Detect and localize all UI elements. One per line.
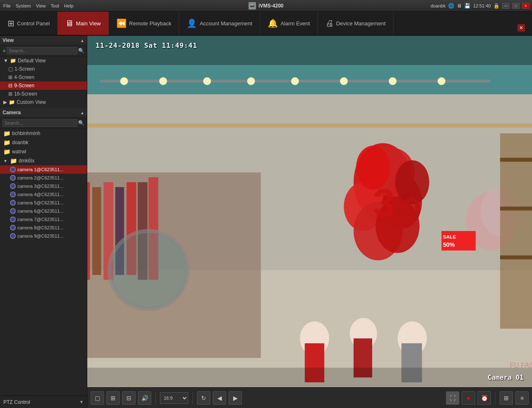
nav-main-view[interactable]: 🖥 Main View: [58, 12, 109, 35]
folder-icon: 📁: [10, 58, 16, 64]
svg-rect-36: [500, 256, 532, 259]
svg-rect-51: [87, 368, 532, 387]
folder-icon: 📁: [9, 99, 15, 105]
menu-help[interactable]: Help: [64, 3, 74, 8]
view-section-header[interactable]: View ▲: [0, 36, 87, 45]
camera-status-dot: [10, 167, 16, 172]
camera-group-bchbinhminh[interactable]: 📁 bchbinhminh: [0, 129, 87, 138]
video-area[interactable]: 3 0: [87, 36, 532, 387]
camera-section-header[interactable]: Camera ▲: [0, 108, 87, 118]
nav-alarm-event-label: Alarm Event: [281, 20, 310, 27]
alarm-button[interactable]: ⏰: [478, 391, 491, 405]
nav-remote-playback[interactable]: ⏪ Remote Playback: [109, 12, 180, 35]
nav-control-panel[interactable]: ⊞ Control Panel: [0, 12, 58, 35]
nav-device-management[interactable]: 🖨 Device Management: [318, 12, 394, 35]
svg-rect-4: [87, 124, 532, 128]
camera-group-dmk6lx[interactable]: ▼ 📁 dmk6lx: [0, 156, 87, 165]
titlebar-left: File System View Tool Help: [0, 3, 74, 8]
svg-rect-33: [500, 133, 532, 329]
menu-system[interactable]: System: [16, 3, 31, 8]
svg-point-42: [291, 77, 299, 85]
layout-4-button[interactable]: ⊟: [122, 391, 135, 405]
camera-section: 🔍 📁 bchbinhminh 📁 doanbk 📁 watrwl ▼: [0, 118, 87, 396]
main-layout: View ▲ + 🔍 ▼ 📁 Default View ▢ 1-Screen ⊞…: [0, 36, 532, 408]
aspect-ratio-select[interactable]: 16:9 4:3 1:1 Original: [160, 392, 188, 404]
nav-alarm-event[interactable]: 🔔 Alarm Event: [260, 12, 318, 35]
record-button[interactable]: ●: [462, 391, 475, 405]
camera-group-watrwl[interactable]: 📁 watrwl: [0, 147, 87, 156]
camera-status-dot: [10, 233, 16, 239]
svg-text:3: 3: [373, 181, 395, 225]
camera-status-dot: [10, 192, 16, 197]
camera-status-dot: [10, 225, 16, 231]
menu-tool[interactable]: Tool: [51, 3, 59, 8]
ptz-expand-arrow[interactable]: ▼: [79, 400, 84, 404]
camera-label: camera 6@C623511...: [17, 209, 64, 214]
refresh-button[interactable]: ↻: [197, 391, 210, 405]
maximize-button[interactable]: □: [512, 3, 520, 9]
view-search-row: + 🔍: [0, 45, 87, 57]
view-search-icon[interactable]: 🔍: [78, 48, 84, 54]
svg-text:0: 0: [402, 191, 421, 229]
bottom-toolbar: ▢ ⊞ ⊟ 🔊 16:9 4:3 1:1 Original ↻ ◀ ▶ ⛶ ● …: [87, 387, 532, 408]
tree-item-4screen[interactable]: ⊞ 4-Screen: [0, 73, 87, 81]
camera-item-cam6[interactable]: camera 6@C623511...: [0, 207, 87, 215]
camera-item-cam7[interactable]: camera 7@C623511...: [0, 215, 87, 224]
camera-search-icon[interactable]: 🔍: [78, 120, 84, 126]
prev-button[interactable]: ◀: [213, 391, 226, 405]
camera-label: camera 9@C623511...: [17, 233, 64, 238]
grid-view-button[interactable]: ⊞: [500, 391, 513, 405]
tree-item-1screen[interactable]: ▢ 1-Screen: [0, 65, 87, 73]
expand-icon: ▶: [3, 99, 7, 105]
close-button[interactable]: ✕: [522, 3, 530, 9]
layout-grid-button[interactable]: ⊞: [106, 391, 120, 405]
svg-text:SALE: SALE: [443, 234, 456, 239]
tree-item-label: 16-Screen: [14, 91, 37, 97]
camera-item-cam4[interactable]: camera 4@C623511...: [0, 190, 87, 199]
camera-item-cam5[interactable]: camera 5@C623511...: [0, 199, 87, 207]
tree-item-default-view[interactable]: ▼ 📁 Default View: [0, 57, 87, 65]
group-folder-icon: 📁: [3, 130, 10, 137]
svg-text:50%: 50%: [443, 241, 455, 248]
layout-single-button[interactable]: ▢: [91, 391, 104, 405]
camera-label: camera 2@C623511...: [17, 175, 64, 180]
camera-group-doanbk[interactable]: 📁 doanbk: [0, 138, 87, 147]
camera-label: camera 1@C623511...: [17, 167, 64, 172]
camera-item-cam8[interactable]: camera 8@C623511...: [0, 224, 87, 232]
group-folder-icon: 📁: [3, 139, 10, 146]
svg-point-45: [438, 77, 446, 85]
menu-view[interactable]: View: [36, 3, 46, 8]
menu-file[interactable]: File: [3, 3, 11, 8]
camera-item-cam9[interactable]: camera 9@C623511...: [0, 232, 87, 240]
camera-label: camera 7@C623511...: [17, 217, 64, 222]
volume-button[interactable]: 🔊: [138, 391, 151, 405]
nav-main-view-label: Main View: [76, 20, 101, 27]
camera-status-dot: [10, 183, 16, 189]
panel-close-button[interactable]: ✕: [517, 24, 525, 32]
camera-item-cam1[interactable]: camera 1@C623511...: [0, 165, 87, 174]
view-add-button[interactable]: +: [2, 47, 6, 54]
svg-point-38: [120, 77, 128, 85]
expand-icon: ▼: [3, 58, 8, 64]
tree-item-label: 1-Screen: [15, 66, 35, 72]
tree-item-9screen[interactable]: ⊟ 9-Screen: [0, 81, 87, 90]
nav-remote-playback-label: Remote Playback: [129, 20, 172, 27]
camera-item-cam3[interactable]: camera 3@C623511...: [0, 182, 87, 190]
next-button[interactable]: ▶: [229, 391, 242, 405]
system-time: 12:51:40: [473, 3, 491, 8]
list-view-button[interactable]: ≡: [515, 391, 529, 405]
lock-icon: 🔒: [493, 3, 500, 9]
screen-icon: ▢: [8, 66, 13, 72]
view-search-input[interactable]: [7, 47, 77, 54]
ptz-label: PTZ Control: [3, 399, 30, 405]
tree-item-custom-view[interactable]: ▶ 📁 Custom View: [0, 98, 87, 106]
camera-label: camera 8@C623511...: [17, 225, 64, 230]
camera-collapse-arrow: ▲: [80, 111, 84, 115]
minimize-button[interactable]: —: [502, 3, 510, 9]
nav-account-management[interactable]: 👤 Account Management: [179, 12, 260, 35]
group-folder-icon: 📁: [3, 148, 10, 155]
fullscreen-button[interactable]: ⛶: [446, 391, 459, 405]
tree-item-16screen[interactable]: ⊞ 16-Screen: [0, 90, 87, 98]
camera-item-cam2[interactable]: camera 2@C623511...: [0, 174, 87, 182]
camera-search-input[interactable]: [2, 119, 77, 127]
